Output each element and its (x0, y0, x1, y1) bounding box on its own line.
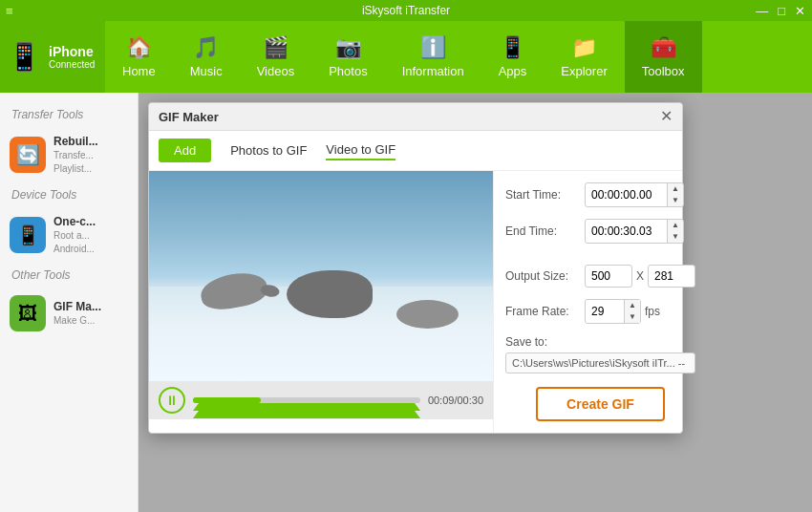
output-size-group: X (585, 265, 695, 288)
photos-icon: 📷 (335, 35, 361, 60)
apps-icon: 📱 (500, 35, 525, 60)
trim-marker-left[interactable] (193, 403, 420, 411)
frame-rate-input[interactable] (586, 301, 624, 322)
sidebar-item-gif-maker[interactable]: 🖼 GIF Ma... Make G... (0, 288, 138, 339)
tab-video-to-gif[interactable]: Video to GIF (326, 140, 395, 160)
nav-label-apps: Apps (499, 64, 527, 78)
device-icon: 📱 (8, 41, 41, 73)
sidebar-section-transfer-tools: Transfer Tools (0, 102, 138, 127)
create-gif-button[interactable]: Create GIF (536, 387, 665, 421)
sidebar: Transfer Tools 🔄 Rebuil... Transfe...Pla… (0, 93, 139, 512)
close-button[interactable]: ✕ (792, 4, 808, 18)
gif-maker-dialog: GIF Maker ✕ Add Photos to GIF Video to G… (148, 102, 683, 434)
framerate-group: ▲ ▼ fps (585, 299, 660, 324)
hamburger-icon[interactable]: ≡ (6, 4, 13, 18)
dialog-body: ⏸ 00:09/00:30 (149, 171, 682, 433)
end-time-row: End Time: ▲ ▼ (505, 219, 695, 244)
frame-rate-down[interactable]: ▼ (625, 311, 640, 323)
nav-item-toolbox[interactable]: 🧰 Toolbox (625, 21, 702, 93)
sidebar-section-device-tools: Device Tools (0, 182, 138, 207)
frame-rate-row: Frame Rate: ▲ ▼ fps (505, 299, 695, 324)
one-click-text: One-c... Root a...Android... (53, 215, 96, 255)
main-area: Transfer Tools 🔄 Rebuil... Transfe...Pla… (0, 93, 812, 512)
video-preview (149, 171, 493, 381)
framerate-input-wrap: ▲ ▼ (585, 299, 641, 324)
frame-rate-label: Frame Rate: (505, 305, 577, 318)
start-time-label: Start Time: (505, 188, 577, 202)
output-size-row: Output Size: X (505, 265, 695, 288)
start-time-up[interactable]: ▲ (668, 183, 683, 195)
save-to-section: Save to: C:\Users\ws\Pictures\iSkysoft i… (505, 335, 695, 373)
nav-label-toolbox: Toolbox (642, 64, 685, 78)
device-panel: 📱 iPhone Connected (0, 21, 105, 93)
nav-label-videos: Videos (257, 64, 295, 78)
rebuild-icon: 🔄 (10, 137, 46, 173)
nav-item-explorer[interactable]: 📁 Explorer (544, 21, 624, 93)
window-controls: — □ ✕ (753, 4, 808, 18)
size-separator: X (636, 269, 644, 283)
save-to-label: Save to: (505, 335, 695, 349)
seal-scene (149, 171, 493, 381)
sidebar-item-rebuild[interactable]: 🔄 Rebuil... Transfe...Playlist... (0, 127, 138, 182)
videos-icon: 🎬 (263, 35, 288, 60)
home-icon: 🏠 (126, 35, 152, 60)
video-panel: ⏸ 00:09/00:30 (149, 171, 493, 433)
dialog-title-bar: GIF Maker ✕ (149, 103, 682, 131)
gif-maker-icon: 🖼 (10, 295, 46, 331)
app-title: iSkysoft iTransfer (362, 4, 450, 17)
nav-item-videos[interactable]: 🎬 Videos (240, 21, 312, 93)
seal-3 (396, 300, 459, 329)
nav-bar: 📱 iPhone Connected 🏠 Home 🎵 Music 🎬 Vide… (0, 21, 812, 93)
device-status: Connected (49, 59, 95, 70)
start-time-down[interactable]: ▼ (668, 195, 683, 206)
start-time-input-group: ▲ ▼ (585, 182, 684, 207)
title-bar: ≡ iSkysoft iTransfer — □ ✕ (0, 0, 812, 21)
explorer-icon: 📁 (571, 35, 597, 60)
frame-rate-spinner: ▲ ▼ (624, 300, 640, 323)
time-display: 00:09/00:30 (428, 395, 483, 406)
settings-panel: Start Time: ▲ ▼ End Time: (493, 171, 707, 433)
dialog-close-button[interactable]: ✕ (660, 109, 673, 124)
current-time: 00:09 (428, 395, 455, 406)
information-icon: ℹ️ (420, 35, 446, 60)
progress-bar-background (193, 397, 420, 403)
nav-item-apps[interactable]: 📱 Apps (481, 21, 545, 93)
content-area: GIF Maker ✕ Add Photos to GIF Video to G… (139, 93, 812, 512)
end-time-label: End Time: (505, 224, 577, 238)
add-button[interactable]: Add (159, 139, 211, 162)
video-controls: ⏸ 00:09/00:30 (149, 381, 493, 419)
nav-item-photos[interactable]: 📷 Photos (311, 21, 384, 93)
progress-container[interactable] (193, 391, 420, 410)
nav-item-home[interactable]: 🏠 Home (105, 21, 173, 93)
start-time-input[interactable] (586, 184, 667, 205)
nav-label-photos: Photos (329, 64, 367, 78)
end-time-up[interactable]: ▲ (668, 220, 683, 231)
dialog-title: GIF Maker (159, 110, 219, 124)
end-time-down[interactable]: ▼ (668, 231, 683, 243)
nav-item-information[interactable]: ℹ️ Information (385, 21, 481, 93)
music-icon: 🎵 (193, 35, 219, 60)
trim-marker-right[interactable] (193, 411, 420, 418)
gif-maker-text: GIF Ma... Make G... (53, 300, 101, 327)
sidebar-section-other-tools: Other Tools (0, 263, 138, 288)
output-height-input[interactable] (648, 265, 695, 288)
nav-label-home: Home (122, 64, 156, 78)
start-time-spinner: ▲ ▼ (667, 183, 683, 206)
nav-label-music: Music (190, 64, 223, 78)
output-width-input[interactable] (585, 265, 632, 288)
sidebar-item-one-click[interactable]: 📱 One-c... Root a...Android... (0, 207, 138, 263)
minimize-button[interactable]: — (753, 4, 771, 18)
tab-photos-to-gif[interactable]: Photos to GIF (230, 141, 307, 160)
rebuild-text: Rebuil... Transfe...Playlist... (53, 135, 98, 175)
save-to-path: C:\Users\ws\Pictures\iSkysoft iITr... -- (505, 352, 695, 373)
fps-label: fps (645, 305, 660, 318)
frame-rate-up[interactable]: ▲ (625, 300, 640, 311)
maximize-button[interactable]: □ (775, 4, 788, 18)
nav-items: 🏠 Home 🎵 Music 🎬 Videos 📷 Photos ℹ️ Info… (105, 21, 812, 93)
nav-label-explorer: Explorer (561, 64, 607, 78)
device-name: iPhone (49, 44, 95, 59)
nav-item-music[interactable]: 🎵 Music (173, 21, 240, 93)
output-size-label: Output Size: (505, 269, 577, 283)
end-time-input[interactable] (586, 221, 667, 242)
pause-button[interactable]: ⏸ (159, 387, 185, 414)
